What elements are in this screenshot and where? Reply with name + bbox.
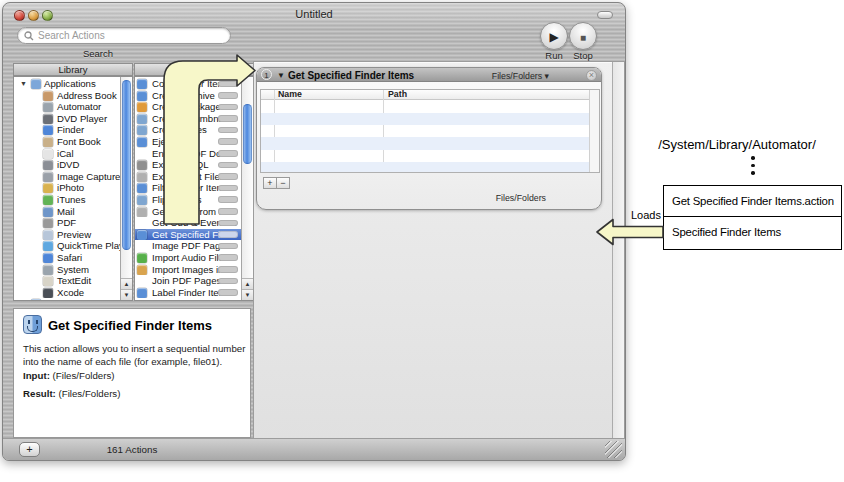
sidebar-item-automator[interactable]: Automator (14, 101, 120, 113)
table-header-path[interactable]: Path (388, 89, 407, 99)
sidebar-item-finder[interactable]: Finder (14, 124, 120, 136)
action-capsule (218, 173, 238, 180)
address-book-icon (43, 91, 53, 101)
sidebar-item-address-book[interactable]: Address Book (14, 90, 120, 102)
remove-item-button[interactable]: − (276, 177, 290, 189)
library-column-header[interactable]: Library (13, 63, 133, 76)
sidebar-item-example-workflows[interactable]: ▶Example Workflows (14, 298, 120, 300)
action-item-execute-sql[interactable]: Execute SQL (135, 159, 241, 171)
description-title: Get Specified Finder Items (48, 318, 212, 333)
action-item-get-fonts-from-fo[interactable]: Get Fonts from Fo (135, 206, 241, 218)
sidebar-item-idvd[interactable]: iDVD (14, 159, 120, 171)
action-item-import-images-int[interactable]: Import Images int (135, 264, 241, 276)
action-item-crop-images[interactable]: Crop Images (135, 124, 241, 136)
run-button[interactable]: ▶ (540, 22, 568, 50)
workflow-step: 1 ▼ Get Specified Finder Items Files/Fol… (256, 67, 602, 210)
sidebar-item-iphoto[interactable]: iPhoto (14, 182, 120, 194)
sidebar-item-system[interactable]: System (14, 264, 120, 276)
action-capsule (218, 289, 238, 296)
finder-action-icon (137, 288, 147, 298)
image-capture-icon (43, 172, 53, 182)
action-item-label-finder-items[interactable]: Label Finder Items (135, 287, 241, 299)
action-item-get-specified-find[interactable]: Get Specified Find (135, 229, 241, 241)
table-empty-row (261, 125, 589, 137)
search-field[interactable] (17, 27, 231, 44)
action-capsule (218, 162, 238, 169)
sidebar-item-safari[interactable]: Safari (14, 252, 120, 264)
actions-scrollbar-thumb[interactable] (243, 104, 252, 164)
sidebar-item-quicktime-player[interactable]: QuickTime Player (14, 240, 120, 252)
sidebar-item-itunes[interactable]: iTunes (14, 194, 120, 206)
resize-grip[interactable] (605, 441, 622, 458)
toolbar-toggle-pill[interactable] (597, 11, 613, 19)
image-action-icon (137, 114, 147, 124)
table-header-name[interactable]: Name (278, 89, 302, 99)
search-input[interactable] (38, 29, 226, 42)
scroll-down-icon[interactable]: ▼ (242, 289, 253, 300)
sidebar-item-pdf[interactable]: PDF (14, 217, 120, 229)
actions-list: Copy Finder ItemsCreate ArchiveCreate Pa… (134, 76, 254, 301)
action-capsule (218, 266, 238, 273)
action-item-flip-images[interactable]: Flip Images (135, 194, 241, 206)
finder-action-icon (137, 79, 147, 89)
action-capsule (218, 127, 238, 134)
disclosure-icon[interactable]: ▶ (20, 298, 25, 300)
action-item-create-archive[interactable]: Create Archive (135, 90, 241, 102)
action-capsule (218, 138, 238, 145)
scroll-down-icon[interactable]: ▼ (121, 289, 132, 300)
sidebar-item-ical[interactable]: iCal (14, 148, 120, 160)
action-capsule (218, 254, 238, 261)
table-empty-row (261, 150, 589, 162)
screenshot-root: Untitled Search ▶ ■ Run Stop Library ▼Ap… (0, 0, 844, 482)
action-item-image-pdf-pages[interactable]: Image PDF Pages (135, 240, 241, 252)
sidebar-item-font-book[interactable]: Font Book (14, 136, 120, 148)
action-item-copy-finder-items[interactable]: Copy Finder Items (135, 78, 241, 90)
library-scrollbar-thumb[interactable] (122, 80, 131, 250)
step-disclosure-icon[interactable]: ▼ (277, 71, 285, 80)
quicktime-icon (43, 241, 53, 251)
finder-action-icon (137, 137, 147, 147)
action-capsule (218, 208, 238, 215)
action-item-import-audio-file[interactable]: Import Audio File (135, 252, 241, 264)
sidebar-item-textedit[interactable]: TextEdit (14, 275, 120, 287)
sidebar-item-preview[interactable]: Preview (14, 229, 120, 241)
sidebar-item-mail[interactable]: Mail (14, 206, 120, 218)
stop-button[interactable]: ■ (569, 22, 597, 50)
scroll-up-icon[interactable]: ▲ (121, 278, 132, 289)
workflow-step-header[interactable]: 1 ▼ Get Specified Finder Items Files/Fol… (257, 68, 601, 82)
action-capsule (218, 150, 238, 157)
applications-folder-icon (31, 79, 41, 89)
actions-column-header[interactable] (134, 63, 254, 76)
xcode-icon (43, 288, 53, 298)
disclosure-icon[interactable]: ▼ (20, 78, 27, 90)
sidebar-item-image-capture[interactable]: Image Capture (14, 171, 120, 183)
action-item-filter-finder-items[interactable]: Filter Finder Items (135, 182, 241, 194)
finder-action-icon (137, 230, 147, 240)
automator-icon (43, 102, 53, 112)
action-item-create-thumbnail[interactable]: Create Thumbnail (135, 113, 241, 125)
scroll-up-icon[interactable]: ▲ (242, 278, 253, 289)
step-number-badge: 1 (261, 69, 272, 80)
dvd-player-icon (43, 114, 53, 124)
finder-action-icon (137, 91, 147, 101)
action-item-export-font-files[interactable]: Export Font Files (135, 171, 241, 183)
sidebar-item-applications[interactable]: ▼Applications (14, 78, 120, 90)
system-action-icon (137, 160, 147, 170)
sidebar-item-xcode[interactable]: Xcode (14, 287, 120, 299)
action-item-create-package[interactable]: Create Package (135, 101, 241, 113)
action-capsule (218, 196, 238, 203)
status-bar: + 161 Actions (3, 438, 625, 460)
sidebar-item-dvd-player[interactable]: DVD Player (14, 113, 120, 125)
add-action-button[interactable]: + (19, 442, 40, 457)
add-item-button[interactable]: + (263, 177, 277, 189)
action-item-encrypt-pdf-docu[interactable]: Encrypt PDF Docu (135, 148, 241, 160)
action-capsule (218, 104, 238, 111)
action-item-get-odd-even-pa[interactable]: Get Odd & Even Pa (135, 217, 241, 229)
step-close-icon[interactable]: × (586, 70, 597, 81)
action-item-join-pdf-pages[interactable]: Join PDF Pages (135, 275, 241, 287)
action-capsule (218, 243, 238, 250)
finder-icon (43, 125, 53, 135)
step-type-dropdown[interactable]: Files/Folders ▾ (492, 71, 549, 81)
action-item-eject-disk[interactable]: Eject Disk (135, 136, 241, 148)
package-action-icon (137, 102, 147, 112)
